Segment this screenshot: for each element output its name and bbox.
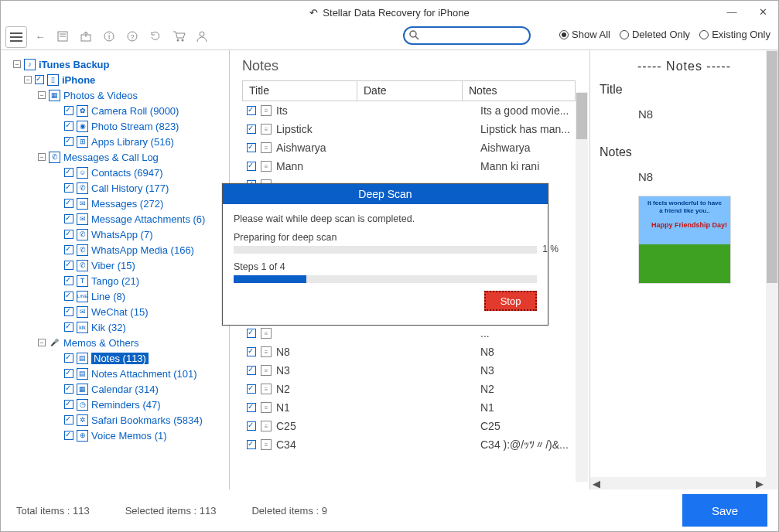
checkbox-icon[interactable] [64, 415, 73, 425]
tree-item-viber[interactable]: ✆Viber (15) [7, 257, 226, 273]
export-icon[interactable] [80, 30, 94, 44]
tree-item-calendar[interactable]: ▦Calendar (314) [7, 381, 226, 397]
collapse-icon[interactable]: − [38, 339, 46, 346]
tree-group-messages[interactable]: −✆Messages & Call Log [7, 149, 226, 165]
save-list-icon[interactable] [56, 30, 70, 44]
user-icon[interactable] [196, 30, 210, 44]
preview-scrollbar-v[interactable] [766, 50, 778, 489]
row-checkbox[interactable] [247, 384, 256, 394]
tree-item-apps-library[interactable]: ⊞Apps Library (516) [7, 134, 226, 149]
checkbox-icon[interactable] [64, 276, 73, 285]
info-icon[interactable]: i [103, 30, 117, 44]
tree-item-photo-stream[interactable]: ◉Photo Stream (823) [7, 118, 226, 134]
cart-icon[interactable] [173, 30, 186, 44]
table-row[interactable]: ≡LipstickLipstick has man... [242, 120, 576, 138]
tree-item-reminders[interactable]: ◷Reminders (47) [7, 397, 226, 412]
tree-item-safari-bookmarks[interactable]: ✲Safari Bookmarks (5834) [7, 412, 226, 428]
checkbox-icon[interactable] [64, 214, 73, 223]
checkbox-icon[interactable] [64, 106, 73, 115]
table-row[interactable]: ≡N1N1 [242, 398, 576, 417]
tree-item-line[interactable]: LINELine (8) [7, 288, 226, 304]
table-row[interactable]: ≡ItsIts a good movie... [242, 101, 576, 120]
tree-item-whatsapp[interactable]: ✆WhatsApp (7) [7, 227, 226, 242]
row-checkbox[interactable] [247, 403, 256, 412]
col-title[interactable]: Title [243, 81, 357, 101]
table-row[interactable]: ≡... [242, 324, 576, 343]
tree-item-notes-attachment[interactable]: ▤Notes Attachment (101) [7, 366, 226, 381]
checkbox-icon[interactable] [64, 369, 73, 378]
table-row[interactable]: ≡C34C34 ):@/ｯﾂ〃/)&... [242, 435, 576, 454]
minimize-button[interactable]: — [716, 1, 747, 22]
refresh-icon[interactable] [149, 30, 163, 44]
checkbox-icon[interactable] [64, 230, 73, 239]
tree-item-tango[interactable]: TTango (21) [7, 273, 226, 288]
filter-show-all[interactable]: Show All [559, 29, 610, 40]
row-checkbox[interactable] [247, 162, 256, 171]
save-button[interactable]: Save [682, 494, 767, 527]
tree-item-voice-memos[interactable]: ⊕Voice Memos (1) [7, 428, 226, 443]
scroll-left-icon[interactable]: ◀ [590, 477, 603, 489]
table-row[interactable]: ≡C25C25 [242, 417, 576, 435]
checkbox-icon[interactable] [64, 431, 73, 440]
checkbox-icon[interactable] [64, 245, 73, 254]
checkbox-icon[interactable] [64, 384, 73, 394]
tree-item-wechat[interactable]: ✉WeChat (15) [7, 304, 226, 319]
stop-button[interactable]: Stop [484, 291, 537, 311]
filter-existing-only[interactable]: Existing Only [699, 29, 770, 40]
back-icon[interactable]: ← [33, 30, 47, 44]
checkbox-icon[interactable] [64, 199, 73, 208]
tree-item-contacts[interactable]: ☺Contacts (6947) [7, 165, 226, 180]
checkbox-icon[interactable] [64, 168, 73, 177]
close-button[interactable]: ✕ [747, 1, 778, 22]
row-checkbox[interactable] [247, 124, 256, 134]
tree-item-whatsapp-media[interactable]: ✆WhatsApp Media (166) [7, 242, 226, 257]
checkbox-icon[interactable] [64, 121, 73, 131]
col-notes[interactable]: Notes [463, 81, 576, 101]
row-checkbox[interactable] [247, 143, 256, 152]
checkbox-icon[interactable] [64, 137, 73, 146]
row-checkbox[interactable] [247, 366, 256, 375]
table-row[interactable]: ≡N2N2 [242, 380, 576, 398]
search-input[interactable] [403, 26, 531, 45]
collapse-icon[interactable]: − [38, 153, 46, 161]
row-checkbox[interactable] [247, 329, 256, 338]
checkbox-icon[interactable] [35, 75, 44, 84]
row-checkbox[interactable] [247, 440, 256, 449]
checkbox-icon[interactable] [64, 261, 73, 270]
table-row[interactable]: ≡N3N3 [242, 361, 576, 380]
tree-item-message-attachments[interactable]: ✉Message Attachments (6) [7, 211, 226, 227]
table-row[interactable]: ≡MannMann ki rani [242, 157, 576, 176]
checkbox-icon[interactable] [64, 353, 73, 363]
checkbox-icon[interactable] [64, 183, 73, 193]
checkbox-icon[interactable] [64, 307, 73, 316]
collapse-icon[interactable]: − [38, 91, 46, 99]
col-date[interactable]: Date [357, 81, 463, 101]
table-scrollbar[interactable] [576, 92, 588, 482]
row-checkbox[interactable] [247, 421, 256, 431]
collapse-icon[interactable]: − [24, 76, 32, 84]
tree-group-memos[interactable]: −🎤Memos & Others [7, 335, 226, 350]
row-checkbox[interactable] [247, 347, 256, 356]
scroll-right-icon[interactable]: ▶ [753, 477, 766, 489]
table-row[interactable]: ≡N8N8 [242, 343, 576, 361]
table-row[interactable]: ≡AishwaryaAishwarya [242, 138, 576, 157]
checkbox-icon[interactable] [64, 400, 73, 409]
tree-item-call-history[interactable]: ✆Call History (177) [7, 180, 226, 196]
tree-item-kik[interactable]: kikKik (32) [7, 319, 226, 335]
checkbox-icon[interactable] [64, 322, 73, 332]
menu-button[interactable] [5, 26, 27, 48]
preview-notes-label: Notes [600, 145, 769, 159]
tree-item-notes[interactable]: ▤Notes (113) [7, 350, 226, 366]
row-checkbox[interactable] [247, 106, 256, 115]
preview-scrollbar-h[interactable]: ◀▶ [590, 477, 766, 489]
tree-item-camera-roll[interactable]: ✿Camera Roll (9000) [7, 103, 226, 118]
tree-root[interactable]: −♪iTunes Backup [7, 56, 226, 72]
help-icon[interactable]: ? [126, 30, 140, 44]
note-icon: ≡ [261, 161, 272, 172]
tree-item-messages[interactable]: ✉Messages (272) [7, 196, 226, 211]
checkbox-icon[interactable] [64, 292, 73, 301]
tree-group-photos[interactable]: −▦Photos & Videos [7, 87, 226, 103]
tree-device[interactable]: −▯iPhone [7, 72, 226, 87]
filter-deleted-only[interactable]: Deleted Only [620, 29, 690, 40]
collapse-icon[interactable]: − [13, 60, 21, 68]
